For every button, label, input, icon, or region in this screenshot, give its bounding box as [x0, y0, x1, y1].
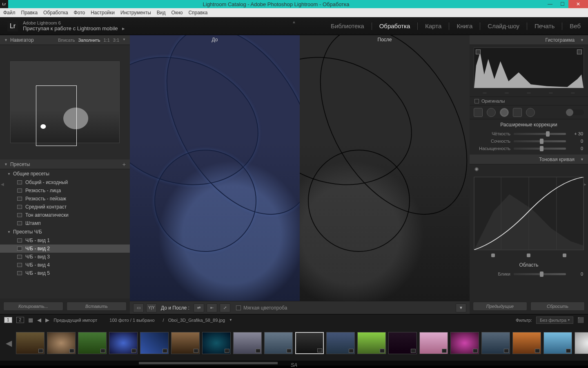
source-label[interactable]: Предыдущий импорт: [53, 318, 97, 323]
histogram[interactable]: [474, 47, 584, 88]
filmstrip-left-arrow[interactable]: ◀: [4, 338, 13, 348]
copy-button[interactable]: Копировать...: [3, 302, 63, 311]
spot-tool[interactable]: [487, 108, 496, 117]
preset-item[interactable]: Тон автоматически: [0, 211, 130, 219]
preset-item[interactable]: Резкость - лица: [0, 186, 130, 195]
back-icon[interactable]: ◀: [37, 317, 41, 323]
redeye-tool[interactable]: [500, 108, 509, 117]
vibrance-slider[interactable]: Сочность0: [470, 137, 588, 145]
nav-1to1[interactable]: 1:1: [103, 38, 109, 43]
menu-settings[interactable]: Настройки: [91, 10, 115, 16]
menu-edit[interactable]: Правка: [21, 10, 38, 16]
compare-yy-button[interactable]: Y|Y: [146, 303, 157, 312]
thumbnail[interactable]: [481, 332, 510, 354]
thumbnail[interactable]: [78, 332, 107, 354]
thumbnail[interactable]: [575, 332, 588, 354]
view-2-badge[interactable]: 2: [16, 317, 24, 323]
thumbnail-selected[interactable]: [295, 332, 324, 354]
histogram-header[interactable]: Гистограмма▼: [470, 35, 588, 45]
shadow-clip-icon[interactable]: [476, 49, 481, 54]
thumbnail[interactable]: [202, 332, 231, 354]
originals-checkbox[interactable]: Оригиналы: [470, 96, 588, 105]
panel-switch[interactable]: [566, 110, 584, 115]
module-map[interactable]: Карта: [425, 22, 441, 29]
thumbnail[interactable]: [326, 332, 355, 354]
copy-after-button[interactable]: ⤢: [220, 303, 230, 312]
toolbar-menu-button[interactable]: ▼: [456, 303, 466, 312]
thumbnail[interactable]: [357, 332, 386, 354]
grid-icon[interactable]: ▦: [28, 317, 33, 323]
menu-tools[interactable]: Инструменты: [120, 10, 151, 16]
thumbnail[interactable]: [47, 332, 76, 354]
thumbnail[interactable]: [512, 332, 541, 354]
module-slideshow[interactable]: Слайд-шоу: [488, 22, 519, 29]
navigator-crop-frame[interactable]: [36, 85, 77, 146]
before-after-viewer[interactable]: До После: [130, 35, 470, 301]
loupe-view-button[interactable]: ▭: [133, 303, 144, 312]
preset-group[interactable]: ▼Пресеты Ч/Б: [0, 227, 130, 236]
module-library[interactable]: Библиотека: [331, 22, 364, 29]
filter-dropdown[interactable]: Без фильтра▾: [536, 316, 573, 324]
curve-region-handles[interactable]: [470, 254, 588, 260]
thumbnail[interactable]: [233, 332, 262, 354]
thumbnail[interactable]: [171, 332, 200, 354]
swap-button[interactable]: ⇄: [194, 303, 204, 312]
nav-3to1[interactable]: 3:1: [113, 38, 119, 43]
graduated-tool[interactable]: [513, 108, 522, 117]
top-panel-toggle[interactable]: ▲: [292, 20, 296, 24]
tone-curve-header[interactable]: Тоновая кривая▼: [470, 155, 588, 164]
paste-button[interactable]: Вставить: [67, 302, 127, 311]
preset-item[interactable]: Резкость - пейзаж: [0, 195, 130, 203]
menu-window[interactable]: Окно: [172, 10, 183, 16]
saturation-slider[interactable]: Насыщенность0: [470, 145, 588, 152]
add-preset-icon[interactable]: +: [122, 161, 126, 168]
module-book[interactable]: Книга: [457, 22, 472, 29]
menu-help[interactable]: Справка: [188, 10, 207, 16]
preset-item[interactable]: Ч/Б - вид 4: [0, 261, 130, 269]
radial-tool[interactable]: [526, 108, 535, 117]
thumbnail[interactable]: [388, 332, 417, 354]
highlights-slider[interactable]: Блики0: [470, 270, 588, 278]
highlight-clip-icon[interactable]: [577, 49, 582, 54]
softproof-checkbox[interactable]: Мягкая цветопроба: [236, 305, 287, 311]
minimize-button[interactable]: —: [544, 0, 556, 8]
preset-item[interactable]: Средний контраст: [0, 203, 130, 211]
menu-develop[interactable]: Обработка: [43, 10, 68, 16]
preset-item[interactable]: Ч/Б - вид 5: [0, 269, 130, 277]
maximize-button[interactable]: ☐: [556, 0, 568, 8]
preset-item[interactable]: Ч/Б - вид 3: [0, 253, 130, 261]
close-button[interactable]: ✕: [568, 0, 588, 8]
thumbnail[interactable]: [450, 332, 479, 354]
filter-lock-icon[interactable]: ⬛: [577, 317, 584, 323]
filmstrip[interactable]: ◀ ▶: [0, 325, 588, 361]
crop-tool[interactable]: [474, 108, 483, 117]
menu-file[interactable]: Файл: [3, 10, 16, 16]
previous-button[interactable]: Предыдущие: [473, 302, 527, 311]
thumbnail[interactable]: [543, 332, 572, 354]
point-curve-icon[interactable]: ◉: [474, 166, 479, 172]
preset-item[interactable]: Ч/Б - вид 1: [0, 236, 130, 245]
filename-label[interactable]: Oboi_3D_Grafika_58_89.jpg: [168, 318, 225, 323]
navigator-preview[interactable]: [0, 45, 130, 159]
thumbnail[interactable]: [16, 332, 45, 354]
module-develop[interactable]: Обработка: [379, 22, 410, 29]
thumbnail[interactable]: [140, 332, 169, 354]
thumbnail[interactable]: [264, 332, 293, 354]
left-panel-toggle[interactable]: ◀: [1, 182, 5, 186]
forward-icon[interactable]: ▶: [45, 317, 49, 323]
nav-fill[interactable]: Заполнить: [78, 38, 100, 43]
thumbnail[interactable]: [109, 332, 138, 354]
preset-item-selected[interactable]: Ч/Б - вид 2: [0, 245, 130, 253]
preset-item[interactable]: Штамп: [0, 219, 130, 227]
tone-curve[interactable]: [474, 177, 584, 250]
identity-plate[interactable]: Adobe Lightroom 6 Приступая к работе с L…: [23, 20, 125, 31]
preset-group[interactable]: ▼Общие пресеты: [0, 169, 130, 178]
view-1-badge[interactable]: 1: [4, 317, 12, 323]
thumbnail[interactable]: [419, 332, 448, 354]
nav-fit[interactable]: Вписать: [58, 38, 75, 43]
reset-button[interactable]: Сбросить: [530, 302, 585, 311]
menu-view[interactable]: Вид: [157, 10, 166, 16]
clarity-slider[interactable]: Чёткость+ 30: [470, 130, 588, 137]
preset-list[interactable]: ▼Общие пресеты Общий - исходный Резкость…: [0, 169, 130, 298]
presets-header[interactable]: ▼ Пресеты +: [0, 159, 130, 169]
